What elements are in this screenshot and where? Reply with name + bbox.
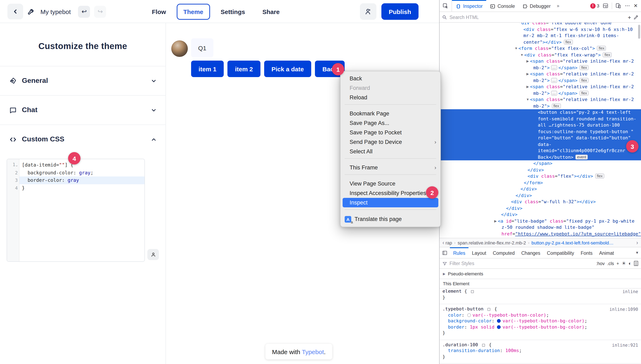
- color-scheme-icon[interactable]: ◐: [629, 260, 632, 266]
- custom-css-editor[interactable]: 1⌄234 [data-itemid=""] { background-colo…: [7, 159, 145, 262]
- add-node-button[interactable]: +: [628, 14, 631, 20]
- rule-line[interactable]: }: [440, 354, 641, 360]
- rule-line[interactable]: [440, 300, 641, 304]
- context-menu-item[interactable]: Back: [340, 74, 441, 83]
- rule-line[interactable]: inline:921.duration-100 {: [440, 342, 641, 348]
- section-chat[interactable]: Chat: [0, 95, 166, 124]
- redo-button[interactable]: ↪: [94, 6, 106, 18]
- context-menu-item[interactable]: Forward: [340, 83, 441, 93]
- rule-line[interactable]: }: [440, 294, 641, 300]
- tree-line[interactable]: </div>: [440, 205, 641, 212]
- tree-line[interactable]: itemid="cl3iunm4p000f2e6gfr8cznr: [440, 148, 641, 154]
- filter-styles-input[interactable]: Filter Styles: [450, 261, 594, 266]
- tab-fonts[interactable]: Fonts: [577, 247, 596, 258]
- breadcrumb-item[interactable]: rap: [446, 240, 452, 245]
- rules-list[interactable]: inlineelement { }inline:1090.typebot-but…: [440, 288, 641, 364]
- choice-button-item2[interactable]: item 2: [228, 60, 261, 77]
- responsive-mode-icon[interactable]: [615, 3, 621, 9]
- made-with-brand-link[interactable]: Typebot: [302, 348, 324, 355]
- undo-button[interactable]: ↩: [78, 6, 90, 18]
- tab-changes[interactable]: Changes: [518, 247, 544, 258]
- tree-line[interactable]: ▶<span class="relative inline-flex mr-2: [440, 58, 641, 64]
- tree-line[interactable]: ▼<div class="flex flex-wrap">flex: [440, 52, 641, 58]
- typebot-title[interactable]: My typebot: [41, 8, 71, 15]
- choice-button-pick-a-date[interactable]: Pick a date: [264, 60, 311, 77]
- tab-flow[interactable]: Flow: [145, 4, 172, 20]
- section-custom-css[interactable]: Custom CSS: [0, 124, 166, 154]
- search-html-input[interactable]: Search HTML: [450, 15, 625, 20]
- breadcrumb-forward-arrow[interactable]: ›: [635, 240, 639, 246]
- hover-pseudo-toggle[interactable]: :hov: [596, 261, 605, 266]
- tree-line[interactable]: focus:outline-none typebot-button ": [440, 128, 641, 135]
- code-line[interactable]: }: [20, 184, 144, 192]
- pick-element-button[interactable]: [440, 0, 452, 12]
- tree-line[interactable]: </div>: [440, 212, 641, 218]
- context-menu-item[interactable]: [340, 174, 441, 179]
- tab-computed[interactable]: Computed: [490, 247, 518, 258]
- tree-line[interactable]: href="https://www.typebot.io/?utm_source…: [440, 231, 641, 237]
- tree-line[interactable]: mb-2">flex: [440, 103, 641, 109]
- tabs-dropdown-icon[interactable]: ▼: [633, 247, 641, 258]
- rule-line[interactable]: inlineelement {: [440, 288, 641, 294]
- rule-line[interactable]: [440, 336, 641, 340]
- rule-line[interactable]: border: 1px solid var(--typebot-button-b…: [440, 324, 641, 330]
- tree-line[interactable]: mr-2 mb-2 mt-1 flex-shrink-0 items-: [440, 32, 641, 39]
- print-media-icon[interactable]: [634, 261, 638, 266]
- split-console-icon[interactable]: [603, 3, 608, 9]
- context-menu-item[interactable]: Inspect: [343, 198, 438, 207]
- tree-line[interactable]: ▶<a id="lite-badge" class="fixed py-1 px…: [440, 218, 641, 224]
- tree-line[interactable]: </div>: [440, 192, 641, 199]
- tree-line[interactable]: <button class="py-2 px-4 text-left: [440, 109, 641, 116]
- section-general[interactable]: General: [0, 66, 166, 95]
- devtools-tab-debugger[interactable]: Debugger: [519, 0, 554, 12]
- collaborators-button[interactable]: [360, 3, 376, 20]
- class-toggle[interactable]: .cls: [607, 261, 614, 266]
- tree-line[interactable]: data-: [440, 141, 641, 148]
- code-line[interactable]: background-color: gray;: [20, 169, 144, 176]
- light-theme-icon[interactable]: ☀: [621, 260, 626, 266]
- tree-line[interactable]: mb-2">…</span>flex: [440, 90, 641, 96]
- tree-line[interactable]: div class="flex bubble enter done": [440, 23, 641, 26]
- back-button[interactable]: [8, 4, 23, 19]
- code-line[interactable]: border-color: gray: [20, 176, 144, 184]
- tab-animations[interactable]: Animat: [596, 247, 617, 258]
- tree-line[interactable]: z-50 rounded shadow-md lite-badge": [440, 224, 641, 231]
- tab-layout[interactable]: Layout: [469, 247, 490, 258]
- tab-rules[interactable]: Rules: [450, 247, 469, 258]
- breadcrumb-item-selected[interactable]: button.py-2.px-4.text-left.font-semibold…: [531, 240, 613, 245]
- context-menu-item[interactable]: [340, 210, 441, 214]
- editor-code[interactable]: [data-itemid=""] { background-color: gra…: [20, 159, 144, 261]
- made-with-badge[interactable]: Made with Typebot .: [265, 344, 332, 360]
- rule-line[interactable]: transition-duration: 100ms;: [440, 348, 641, 354]
- tree-line[interactable]: <div class="flex w-6 xs:w-10 h-6 xs:h-10: [440, 26, 641, 32]
- tree-line[interactable]: font-semibold rounded-md transition-: [440, 116, 641, 122]
- close-devtools-icon[interactable]: ✕: [633, 3, 638, 9]
- tab-theme[interactable]: Theme: [177, 4, 210, 20]
- tree-line[interactable]: Back</button>event: [440, 154, 641, 160]
- breadcrumb-back-arrow[interactable]: ‹: [441, 240, 446, 246]
- context-menu-item[interactable]: Save Page As...: [340, 118, 441, 128]
- html-tree[interactable]: div class="flex bubble enter done"<div c…: [440, 23, 641, 238]
- context-menu-item[interactable]: Inspect Accessibility Properties: [340, 188, 441, 198]
- breadcrumb-item[interactable]: span.relative.inline-flex.mr-2.mb-2: [458, 240, 526, 245]
- rule-line[interactable]: background-color: var(--typebot-button-b…: [440, 318, 641, 324]
- context-menu-item[interactable]: Bookmark Page: [340, 109, 441, 118]
- scrollbar-thumb[interactable]: [638, 25, 640, 39]
- add-rule-button[interactable]: +: [616, 261, 619, 266]
- tree-line[interactable]: ▶<span class="relative inline-flex mr-2: [440, 84, 641, 90]
- context-menu-item[interactable]: Send Page to Device ›: [340, 137, 441, 147]
- eyedropper-icon[interactable]: [633, 15, 638, 20]
- tree-line[interactable]: <div class="flex"></div>flex: [440, 173, 641, 180]
- context-menu-item[interactable]: Select All: [340, 147, 441, 156]
- code-line[interactable]: [data-itemid=""] {: [20, 161, 144, 169]
- tree-line[interactable]: </form>: [440, 180, 641, 186]
- guest-preview-button[interactable]: [147, 249, 159, 260]
- context-menu-item[interactable]: View Page Source: [340, 179, 441, 188]
- tree-line[interactable]: all …rightness-75 duration-100: [440, 122, 641, 128]
- context-menu-item[interactable]: Reload: [340, 93, 441, 102]
- tree-line[interactable]: ▼<form class="flex flex-col">flex: [440, 45, 641, 52]
- context-menu-item[interactable]: [340, 104, 441, 109]
- tab-share[interactable]: Share: [256, 4, 286, 20]
- context-menu-item[interactable]: This Frame ›: [340, 163, 441, 172]
- more-tabs-button[interactable]: »: [554, 0, 561, 12]
